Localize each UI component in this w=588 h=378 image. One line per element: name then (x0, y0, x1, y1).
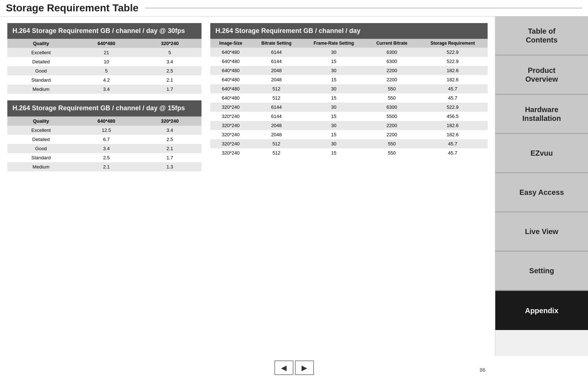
table-row: 320*2406144155500456.5 (210, 112, 488, 121)
table-row: 640*4802048302200182.6 (210, 66, 488, 75)
section-header-15fps: H.264 Storage Requirement GB / channel /… (7, 100, 201, 116)
table-right: Image-Size Bitrate Setting Frame-Rate Se… (210, 39, 488, 158)
sidebar-item-table-of-contents[interactable]: Table ofContents (495, 16, 588, 56)
col-image-size: Image-Size (210, 39, 251, 48)
col-quality-30: Quality (7, 39, 75, 48)
table-row: 320*2406144306300522.9 (210, 103, 488, 112)
table-row: 320*2405123055045.7 (210, 139, 488, 148)
header-divider (145, 8, 582, 8)
col-640-15: 640*480 (75, 116, 138, 126)
col-bitrate-setting: Bitrate Setting (251, 39, 302, 48)
table-row: Standard4.22.1 (7, 75, 201, 85)
col-current-bitrate: Current Bitrate (366, 39, 418, 48)
table-row: Standard2.51.7 (7, 153, 201, 162)
col-storage-req: Storage Requirement (418, 39, 488, 48)
table-row: 320*2402048302200182.6 (210, 121, 488, 130)
table-row: 640*4805121555045.7 (210, 93, 488, 103)
table-row: Medium3.41.7 (7, 85, 201, 94)
page-title: Storage Requirement Table (6, 2, 138, 14)
table-row: Detailed103.4 (7, 57, 201, 66)
right-column: H.264 Storage Requirement GB / channel /… (210, 23, 488, 356)
table-row: 640*4806144306300522.9 (210, 48, 488, 57)
table-15fps: Quality 640*480 320*240 Excellent12.53.4… (7, 116, 201, 171)
table-row: Excellent215 (7, 48, 201, 57)
sidebar: Table ofContentsProductOverviewHardwareI… (495, 16, 588, 356)
table-row: 640*4806144156300522.9 (210, 57, 488, 66)
table-row: Excellent12.53.4 (7, 126, 201, 135)
section-header-30fps: H.264 Storage Requirement GB / channel /… (7, 23, 201, 39)
col-640-30: 640*480 (75, 39, 138, 48)
page-number: 86 (480, 367, 485, 373)
page-footer: ◀ ▶ 86 (0, 356, 588, 378)
table-30fps: Quality 640*480 320*240 Excellent215Deta… (7, 39, 201, 94)
section-header-right: H.264 Storage Requirement GB / channel /… (210, 23, 488, 39)
nav-buttons: ◀ ▶ (274, 360, 314, 375)
table-row: 320*2402048152200182.6 (210, 130, 488, 139)
sidebar-item-appendix[interactable]: Appendix (495, 291, 588, 330)
table-row: 640*4805123055045.7 (210, 84, 488, 93)
table-row: Good3.42.1 (7, 144, 201, 153)
sidebar-item-setting[interactable]: Setting (495, 252, 588, 291)
table-row: Good52.5 (7, 66, 201, 75)
sidebar-item-live-view[interactable]: Live View (495, 212, 588, 252)
sidebar-item-hardware-installation[interactable]: HardwareInstallation (495, 95, 588, 134)
table-row: 320*2405121555045.7 (210, 148, 488, 158)
content-area: H.264 Storage Requirement GB / channel /… (0, 16, 495, 356)
col-frame-rate: Frame-Rate Setting (302, 39, 366, 48)
table-row: Detailed6.72.5 (7, 135, 201, 144)
page-header: Storage Requirement Table (0, 0, 588, 16)
table-row: 640*4802048152200182.6 (210, 75, 488, 84)
sidebar-item-ezvuu[interactable]: EZvuu (495, 134, 588, 173)
col-quality-15: Quality (7, 116, 75, 126)
next-button[interactable]: ▶ (295, 360, 314, 375)
main-layout: H.264 Storage Requirement GB / channel /… (0, 16, 588, 356)
table-row: Medium2.11.3 (7, 162, 201, 171)
prev-button[interactable]: ◀ (274, 360, 293, 375)
col-320-30: 320*240 (138, 39, 201, 48)
sidebar-item-easy-access[interactable]: Easy Access (495, 173, 588, 212)
left-column: H.264 Storage Requirement GB / channel /… (7, 23, 201, 356)
col-320-15: 320*240 (138, 116, 201, 126)
sidebar-item-product-overview[interactable]: ProductOverview (495, 56, 588, 95)
